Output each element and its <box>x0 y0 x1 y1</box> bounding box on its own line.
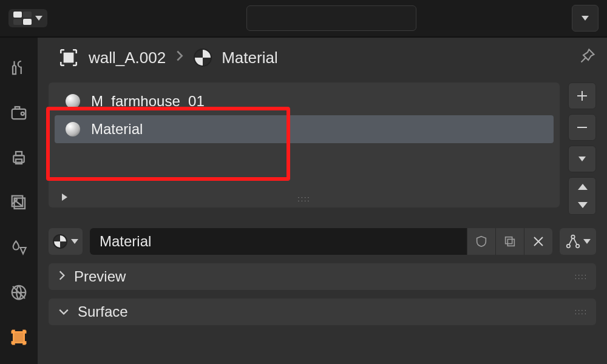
tab-object[interactable] <box>7 325 31 349</box>
fake-user-button[interactable] <box>467 228 495 255</box>
tab-render[interactable] <box>7 101 31 125</box>
material-name-field-wrap <box>90 228 552 255</box>
square-selected-icon <box>10 328 28 346</box>
svg-rect-3 <box>15 107 20 109</box>
copy-icon <box>503 235 517 248</box>
properties-panel: wall_A.002 Material M_farmhouse_01 Mater… <box>38 38 607 364</box>
printer-icon <box>10 149 28 167</box>
svg-rect-7 <box>16 160 22 164</box>
unlink-material-button[interactable] <box>524 228 552 255</box>
browse-material-dropdown[interactable] <box>49 228 83 255</box>
material-slot-list: M_farmhouse_01 Material <box>49 83 560 207</box>
section-title: Surface <box>78 303 128 320</box>
svg-line-27 <box>574 238 577 245</box>
section-title: Preview <box>74 268 126 285</box>
slot-list-footer <box>49 187 560 207</box>
move-slot-down-button[interactable] <box>569 196 596 214</box>
breadcrumb-separator <box>175 50 184 66</box>
chevron-down-icon <box>58 306 69 318</box>
chevron-down-icon <box>71 239 78 244</box>
material-name-input[interactable] <box>90 228 467 255</box>
material-preview-icon <box>66 122 80 136</box>
slot-specials-dropdown[interactable] <box>568 146 596 172</box>
svg-rect-20 <box>506 237 512 244</box>
add-slot-button[interactable] <box>568 83 596 109</box>
shield-icon <box>475 235 488 248</box>
search-field[interactable] <box>246 5 416 31</box>
move-slot-up-button[interactable] <box>569 178 596 196</box>
chevron-right-icon <box>58 270 66 284</box>
slot-ops <box>568 83 596 215</box>
drag-handle-icon[interactable]: :::: <box>575 308 588 316</box>
svg-point-4 <box>21 112 24 115</box>
triangle-up-icon <box>578 184 588 190</box>
search-input[interactable] <box>258 11 414 26</box>
globe-icon <box>10 283 28 302</box>
top-bar <box>0 0 607 38</box>
material-slot-label: M_farmhouse_01 <box>91 93 205 110</box>
svg-rect-14 <box>64 53 73 62</box>
chevron-down-icon <box>35 16 42 21</box>
breadcrumb-material[interactable]: Material <box>222 49 277 67</box>
droplet-cone-icon <box>10 239 27 256</box>
svg-line-26 <box>569 238 572 245</box>
pin-button[interactable] <box>579 47 596 68</box>
tab-world[interactable] <box>7 280 31 305</box>
properties-tabs <box>0 38 38 364</box>
triangle-down-icon <box>578 202 588 208</box>
drag-handle-icon[interactable] <box>297 189 310 205</box>
svg-rect-13 <box>13 332 24 343</box>
plus-icon <box>576 90 588 102</box>
svg-rect-6 <box>16 152 22 155</box>
properties-editor-icon <box>13 12 32 25</box>
chevron-down-icon <box>578 157 586 161</box>
material-preview-icon <box>66 94 80 109</box>
drag-handle-icon[interactable]: :::: <box>575 272 588 281</box>
options-dropdown[interactable] <box>572 5 599 32</box>
nodetree-icon <box>565 234 581 249</box>
pin-icon <box>579 47 596 64</box>
tab-scene[interactable] <box>7 235 31 260</box>
image-stack-icon <box>10 194 28 212</box>
material-icon <box>194 49 212 67</box>
expand-list-icon[interactable] <box>62 194 67 201</box>
material-slot-1[interactable]: Material <box>55 115 554 143</box>
duplicate-material-button[interactable] <box>495 228 524 255</box>
chevron-down-icon <box>583 239 591 244</box>
material-slot-label: Material <box>91 121 143 138</box>
material-datablock-row <box>49 228 596 255</box>
close-icon <box>532 235 544 248</box>
screwdriver-wrench-icon <box>10 59 28 77</box>
breadcrumb-object[interactable]: wall_A.002 <box>89 49 166 67</box>
svg-rect-19 <box>507 239 514 246</box>
breadcrumb: wall_A.002 Material <box>49 47 596 68</box>
chevron-down-icon <box>582 16 589 21</box>
camera-back-icon <box>10 104 28 122</box>
minus-icon <box>576 121 588 133</box>
section-preview[interactable]: Preview :::: <box>49 263 596 290</box>
material-icon <box>53 234 67 249</box>
material-slot-0[interactable]: M_farmhouse_01 <box>55 87 554 115</box>
tab-viewlayer[interactable] <box>7 190 31 215</box>
editor-type-dropdown[interactable] <box>8 9 47 27</box>
object-icon <box>58 47 79 68</box>
tab-output[interactable] <box>7 146 31 170</box>
svg-line-15 <box>582 58 586 62</box>
remove-slot-button[interactable] <box>568 114 596 141</box>
tab-tool[interactable] <box>7 56 31 80</box>
nodetree-dropdown[interactable] <box>560 228 596 255</box>
section-surface[interactable]: Surface :::: <box>49 298 596 325</box>
slot-move-buttons <box>568 177 596 215</box>
